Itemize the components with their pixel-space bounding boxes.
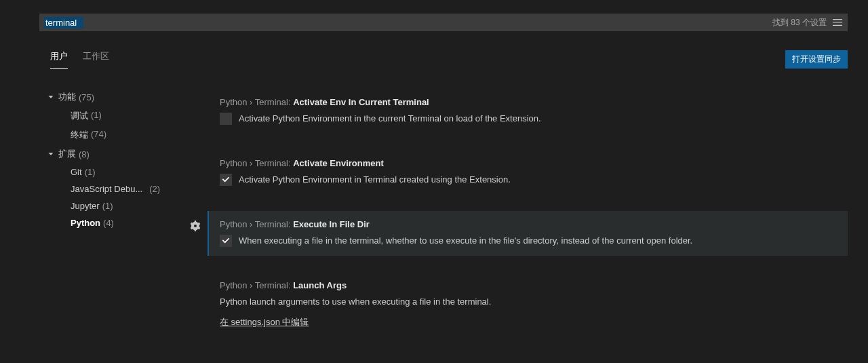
tree-group-label: 扩展 [58,148,76,160]
setting-item-activate-environment: Python › Terminal: Activate Environment … [209,150,848,195]
search-results-count: 找到 83 个设置 [772,17,827,28]
setting-breadcrumb: Python › Terminal: [220,97,293,107]
tree-count: (1) [85,167,96,177]
tree-group-label: 功能 [58,91,76,103]
tree-item-label: Jupyter [71,201,100,211]
tree-item-label: Python [71,218,100,228]
tab-workspace[interactable]: 工作区 [83,50,109,69]
setting-description: Python launch arguments to use when exec… [220,296,837,309]
tree-group-extensions[interactable]: 扩展 (8) [46,145,195,164]
tree-item-javascript-debugger[interactable]: JavaScript Debu... (2) [46,180,195,197]
setting-breadcrumb: Python › Terminal: [220,280,293,290]
settings-search-row: 找到 83 个设置 [39,14,848,31]
setting-name: Activate Env In Current Terminal [293,97,429,107]
setting-description: Activate Python Environment in the curre… [239,113,541,126]
tree-count: (2) [149,184,160,194]
tree-item-python[interactable]: Python (4) [46,214,195,231]
tree-item-label: JavaScript Debu... [71,184,142,194]
checkbox[interactable] [220,235,232,247]
tree-count: (74) [91,129,106,141]
tree-item-debug[interactable]: 调试 (1) [46,107,195,126]
tree-item-git[interactable]: Git (1) [46,164,195,180]
setting-description: Activate Python Environment in Terminal … [239,174,511,187]
setting-name: Activate Environment [293,158,384,168]
tree-group-features[interactable]: 功能 (75) [46,88,195,107]
setting-item-activate-env-current-terminal: Python › Terminal: Activate Env In Curre… [209,89,848,134]
setting-item-launch-args: Python › Terminal: Launch Args Python la… [209,272,848,337]
tree-item-label: 调试 [71,110,88,122]
setting-name: Launch Args [293,280,347,290]
open-settings-sync-button[interactable]: 打开设置同步 [785,50,848,69]
tree-count: (8) [79,149,90,159]
setting-breadcrumb: Python › Terminal: [220,158,293,168]
tree-count: (1) [91,110,102,122]
setting-item-execute-in-file-dir[interactable]: Python › Terminal: Execute In File Dir W… [208,211,848,256]
filter-icon[interactable] [832,17,843,28]
edit-in-settings-json-link[interactable]: 在 settings.json 中编辑 [220,316,309,328]
setting-breadcrumb: Python › Terminal: [220,219,293,229]
tree-item-jupyter[interactable]: Jupyter (1) [46,197,195,214]
setting-name: Execute In File Dir [293,219,370,229]
tree-item-terminal[interactable]: 终端 (74) [46,126,195,145]
settings-search-input[interactable] [44,17,83,28]
chevron-down-icon [46,92,56,102]
gear-icon[interactable] [190,221,201,233]
tree-item-label: 终端 [71,129,88,141]
tree-count: (75) [79,92,94,102]
chevron-down-icon [46,149,56,159]
tab-user[interactable]: 用户 [50,50,68,69]
settings-list: Python › Terminal: Activate Env In Curre… [195,69,848,353]
setting-description: When executing a file in the terminal, w… [239,235,692,248]
tree-item-label: Git [71,167,82,177]
checkbox[interactable] [220,113,232,125]
checkbox[interactable] [220,174,232,186]
tree-count: (4) [103,218,114,228]
tree-count: (1) [102,201,113,211]
settings-tree: 功能 (75) 调试 (1) 终端 (74) 扩展 (8) Git (1) Ja… [39,69,195,353]
settings-scope-row: 用户 工作区 打开设置同步 [39,50,848,69]
